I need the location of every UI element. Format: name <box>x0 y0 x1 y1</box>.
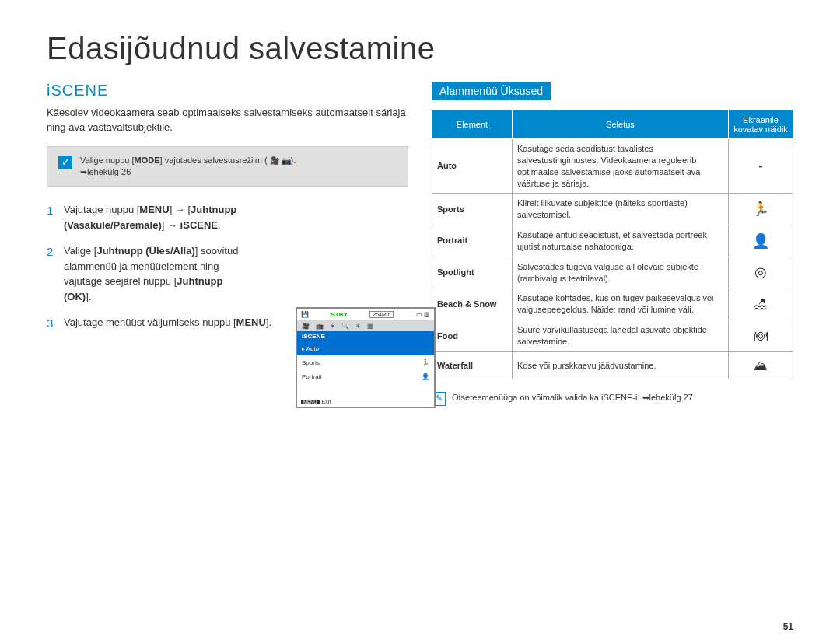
left-column: iSCENE Käesolev videokaamera seab optima… <box>47 82 408 406</box>
mode-icon: ✳ <box>355 323 361 330</box>
cell-element: Sports <box>432 194 513 225</box>
cell-display-icon: 🏃 <box>729 194 793 225</box>
table-body: AutoKasutage seda seadistust tavalistes … <box>432 139 793 379</box>
cell-display-icon: 🏖 <box>729 288 793 320</box>
cell-desc: Kasutage seda seadistust tavalistes salv… <box>513 139 729 194</box>
step-1: Vajutage nuppu [MENU] → [Juhtnupp (Vasak… <box>47 202 408 232</box>
cell-desc: Kiirelt liikuvate subjektide (näiteks sp… <box>513 194 729 225</box>
lcd-icons-row: 🎥 📺 ☀ 🔍 ✳ ▦ <box>297 320 434 331</box>
table-row: FoodSuure värviküllastusega lähedal asuv… <box>432 320 793 352</box>
table-header: Element Seletus Ekraanile kuvatav näidik <box>432 110 793 139</box>
lcd-item-auto: ▸ Auto <box>297 341 434 355</box>
cell-desc: Suure värviküllastusega lähedal asuvate … <box>513 320 729 352</box>
page-number: 51 <box>783 621 793 632</box>
items-table: Element Seletus Ekraanile kuvatav näidik… <box>432 110 793 379</box>
right-column: Alammenüü Üksused Element Seletus Ekraan… <box>432 82 793 406</box>
footnote-text: Otseteemenüüga on võimalik valida ka iSC… <box>452 392 693 404</box>
cell-desc: Salvestades tugeva valguse all olevaid s… <box>513 257 729 288</box>
cell-display-icon: 🍽 <box>729 320 793 352</box>
sub-heading: Alammenüü Üksused <box>432 82 551 100</box>
cell-element: Food <box>432 320 513 352</box>
footnote: ✎ Otseteemenüüga on võimalik valida ka i… <box>432 392 793 406</box>
table-row: WaterfallKose või purskkaevu jäädvustami… <box>432 351 793 379</box>
mode-icon: 🔍 <box>341 323 349 330</box>
cell-display-icon: ◎ <box>729 257 793 288</box>
cell-display-icon: - <box>729 139 793 194</box>
section-heading-iscene: iSCENE <box>47 82 408 100</box>
lcd-screen: 💾 STBY 254Min ▭ ▥ 🎥 📺 ☀ 🔍 ✳ ▦ iSCENE ▸ A… <box>296 307 436 408</box>
intro-text: Käesolev videokaamera seab optimaalseks … <box>47 106 408 135</box>
portrait-icon: 👤 <box>422 373 429 380</box>
lcd-menu-title: iSCENE <box>297 331 434 341</box>
cell-desc: Kose või purskkaevu jäädvustamine. <box>513 351 729 379</box>
lcd-exit: MENU Exit <box>301 399 331 404</box>
cell-desc: Kasutage kohtades, kus on tugev päikesev… <box>513 288 729 320</box>
cell-desc: Kasutage antud seadistust, et salvestada… <box>513 225 729 257</box>
cell-element: Auto <box>432 139 513 194</box>
cell-element: Spotlight <box>432 257 513 288</box>
lcd-stby: STBY <box>331 311 347 318</box>
cell-display-icon: ⛰ <box>729 351 793 379</box>
table-row: PortraitKasutage antud seadistust, et sa… <box>432 225 793 257</box>
cell-element: Waterfall <box>432 351 513 379</box>
check-icon: ✓ <box>58 156 72 169</box>
info-box: ✓ Valige nuppu [MODE] vajutades salvestu… <box>47 146 408 187</box>
mode-icon: 📺 <box>316 323 324 330</box>
page-title: Edasijõudnud salvestamine <box>47 31 793 66</box>
sd-icon: 💾 <box>301 311 309 318</box>
step-2: Valige [Juhtnupp (Üles/Alla)] soovitud a… <box>47 243 408 304</box>
mode-icon: ▦ <box>367 323 373 330</box>
table-row: AutoKasutage seda seadistust tavalistes … <box>432 139 793 194</box>
table-row: SportsKiirelt liikuvate subjektide (näit… <box>432 194 793 225</box>
mode-icon: 🎥 <box>302 323 310 330</box>
lcd-item-sports: Sports🏃 <box>297 355 434 369</box>
lcd-top-bar: 💾 STBY 254Min ▭ ▥ <box>297 309 434 320</box>
lcd-time: 254Min <box>369 311 394 318</box>
mode-icon: ☀ <box>330 323 335 330</box>
table-row: SpotlightSalvestades tugeva valguse all … <box>432 257 793 288</box>
cell-element: Beach & Snow <box>432 288 513 320</box>
lcd-item-portrait: Portrait👤 <box>297 369 434 383</box>
th-desc: Seletus <box>513 110 729 139</box>
th-icon: Ekraanile kuvatav näidik <box>729 110 793 139</box>
info-box-text: Valige nuppu [MODE] vajutades salvestusr… <box>80 155 296 179</box>
content-columns: iSCENE Käesolev videokaamera seab optima… <box>47 82 793 406</box>
table-row: Beach & SnowKasutage kohtades, kus on tu… <box>432 288 793 320</box>
cell-element: Portrait <box>432 225 513 257</box>
sports-icon: 🏃 <box>422 359 429 366</box>
menu-badge: MENU <box>301 400 320 404</box>
cell-display-icon: 👤 <box>729 225 793 257</box>
video-icon: 🎥 📷 <box>270 156 291 166</box>
th-element: Element <box>432 110 513 139</box>
lcd-battery: ▭ ▥ <box>416 311 430 318</box>
